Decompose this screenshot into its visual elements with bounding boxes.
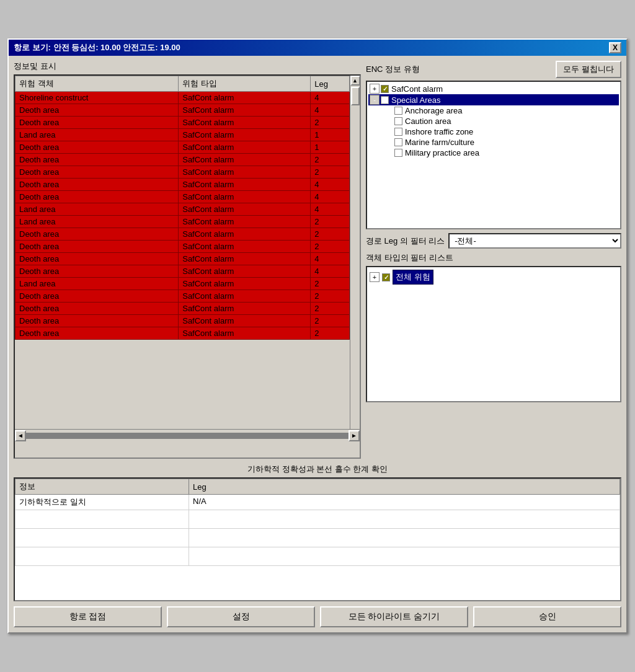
cell-type: SafCont alarm bbox=[179, 179, 311, 191]
scroll-left-btn[interactable]: ◄ bbox=[15, 430, 26, 441]
cell-type: SafCont alarm bbox=[179, 129, 311, 141]
cell-type: SafCont alarm bbox=[179, 265, 311, 278]
table-row[interactable]: Deoth areaSafCont alarm2 bbox=[16, 315, 350, 327]
info-cell-empty-2 bbox=[189, 510, 620, 529]
table-row[interactable]: Land areaSafCont alarm2 bbox=[16, 278, 350, 290]
left-section-label: 정보및 표시 bbox=[14, 61, 361, 72]
cell-object: Deoth area bbox=[16, 327, 179, 340]
cell-object: Deoth area bbox=[16, 265, 179, 278]
table-row[interactable]: Deoth areaSafCont alarm4 bbox=[16, 265, 350, 278]
table-row[interactable]: Deoth areaSafCont alarm2 bbox=[16, 241, 350, 253]
cell-leg: 2 bbox=[311, 228, 350, 241]
data-table-container: 위험 객체 위험 타입 Leg Shoreline constructSafCo… bbox=[14, 74, 361, 459]
btn-route-junction[interactable]: 항로 접점 bbox=[14, 606, 162, 627]
table-row[interactable]: Deoth areaSafCont alarm4 bbox=[16, 179, 350, 191]
cell-object: Deoth area bbox=[16, 117, 179, 129]
tree-label-inshore: Inshore traffic zone bbox=[405, 127, 473, 136]
cell-object: Deoth area bbox=[16, 303, 179, 315]
table-row[interactable]: Deoth areaSafCont alarm4 bbox=[16, 253, 350, 265]
checkbox-military[interactable] bbox=[394, 149, 402, 157]
tree-item-military[interactable]: Military practice area bbox=[368, 148, 619, 158]
info-col-leg: Leg bbox=[189, 479, 620, 495]
cell-leg: 1 bbox=[311, 141, 350, 154]
table-row[interactable]: Land areaSafCont alarm4 bbox=[16, 203, 350, 216]
object-tree: + 전체 위험 bbox=[366, 266, 621, 402]
table-row[interactable]: Deoth areaSafCont alarm4 bbox=[16, 104, 350, 117]
btn-settings[interactable]: 설정 bbox=[167, 606, 315, 627]
checkbox-inshore[interactable] bbox=[394, 128, 402, 136]
btn-confirm[interactable]: 승인 bbox=[473, 606, 621, 627]
tree-item-anchorage[interactable]: Anchorage area bbox=[368, 105, 619, 116]
scroll-up-btn[interactable]: ▲ bbox=[350, 76, 360, 86]
table-row[interactable]: Deoth areaSafCont alarm2 bbox=[16, 327, 350, 340]
expand-all-button[interactable]: 모두 펼칩니다 bbox=[556, 61, 621, 78]
info-cell-empty-4 bbox=[189, 529, 620, 547]
checkbox-safcont[interactable] bbox=[381, 85, 389, 93]
cell-leg: 2 bbox=[311, 216, 350, 228]
btn-hide-highlights[interactable]: 모든 하이라이트 숨기기 bbox=[320, 606, 468, 627]
hscroll-track bbox=[26, 433, 349, 439]
close-button[interactable]: X bbox=[609, 42, 621, 53]
info-col-info: 정보 bbox=[16, 479, 189, 495]
tree-item-marine-farm[interactable]: Marine farm/culture bbox=[368, 137, 619, 148]
tree-label-anchorage: Anchorage area bbox=[405, 106, 463, 115]
filter-label: 경로 Leg 의 필터 리스 bbox=[366, 236, 445, 247]
tree-item-caution[interactable]: Caution area bbox=[368, 116, 619, 126]
table-row[interactable]: Deoth areaSafCont alarm1 bbox=[16, 141, 350, 154]
cell-object: Land area bbox=[16, 278, 179, 290]
object-tree-item-all[interactable]: + 전체 위험 bbox=[368, 268, 619, 286]
expand-safcont[interactable]: + bbox=[370, 84, 380, 94]
info-cell-empty-3 bbox=[16, 529, 189, 547]
cell-object: Deoth area bbox=[16, 315, 179, 327]
table-row[interactable]: Land areaSafCont alarm2 bbox=[16, 216, 350, 228]
cell-type: SafCont alarm bbox=[179, 104, 311, 117]
cell-leg: 2 bbox=[311, 154, 350, 166]
cell-object: Shoreline construct bbox=[16, 92, 179, 104]
enc-header: ENC 정보 유형 모두 펼칩니다 bbox=[366, 61, 621, 78]
left-panel: 정보및 표시 위험 객체 위험 타입 Leg bbox=[14, 61, 361, 459]
enc-title: ENC 정보 유형 bbox=[366, 64, 420, 75]
table-row[interactable]: Deoth areaSafCont alarm2 bbox=[16, 154, 350, 166]
bottom-title: 기하학적 정확성과 본선 흘수 한계 확인 bbox=[14, 464, 621, 475]
table-row[interactable]: Land areaSafCont alarm1 bbox=[16, 129, 350, 141]
main-window: 항로 보기: 안전 등심선: 10.00 안전고도: 19.00 X 정보및 표… bbox=[7, 38, 628, 634]
cell-leg: 4 bbox=[311, 191, 350, 203]
checkbox-marine-farm[interactable] bbox=[394, 138, 402, 146]
checkbox-caution[interactable] bbox=[394, 117, 402, 125]
table-row[interactable]: Deoth areaSafCont alarm2 bbox=[16, 290, 350, 303]
tree-item-safcont[interactable]: + SafCont alarm bbox=[368, 83, 619, 94]
checkbox-special-areas[interactable] bbox=[381, 96, 389, 104]
cell-type: SafCont alarm bbox=[179, 303, 311, 315]
cell-leg: 2 bbox=[311, 303, 350, 315]
info-cell-empty-1 bbox=[16, 510, 189, 529]
enc-tree: + SafCont alarm - Special Areas bbox=[366, 81, 621, 229]
cell-leg: 2 bbox=[311, 278, 350, 290]
checkbox-object-all[interactable] bbox=[382, 273, 390, 281]
tree-item-inshore[interactable]: Inshore traffic zone bbox=[368, 126, 619, 137]
table-row[interactable]: Deoth areaSafCont alarm2 bbox=[16, 228, 350, 241]
table-row[interactable]: Deoth areaSafCont alarm4 bbox=[16, 191, 350, 203]
checkbox-anchorage[interactable] bbox=[394, 107, 402, 115]
expand-object-all[interactable]: + bbox=[370, 272, 380, 282]
info-table: 정보 Leg 기하학적으로 일치 N/A bbox=[15, 479, 620, 566]
info-row-empty-1 bbox=[16, 510, 620, 529]
table-row[interactable]: Deoth areaSafCont alarm2 bbox=[16, 166, 350, 179]
table-scrollbar[interactable]: ▲ bbox=[350, 76, 360, 429]
info-row-empty-2 bbox=[16, 529, 620, 547]
expand-special-areas[interactable]: - bbox=[370, 95, 380, 105]
table-row[interactable]: Deoth areaSafCont alarm2 bbox=[16, 303, 350, 315]
filter-select[interactable]: -전체- 1 2 3 4 bbox=[448, 233, 621, 249]
tree-label-caution: Caution area bbox=[405, 117, 451, 126]
scroll-thumb[interactable] bbox=[351, 87, 360, 105]
scroll-right-btn[interactable]: ► bbox=[349, 430, 360, 441]
col-leg: Leg bbox=[311, 76, 350, 92]
tree-item-special-areas[interactable]: - Special Areas bbox=[368, 94, 619, 105]
cell-object: Deoth area bbox=[16, 290, 179, 303]
cell-object: Land area bbox=[16, 203, 179, 216]
cell-type: SafCont alarm bbox=[179, 117, 311, 129]
cell-object: Deoth area bbox=[16, 253, 179, 265]
table-row[interactable]: Deoth areaSafCont alarm2 bbox=[16, 117, 350, 129]
cell-type: SafCont alarm bbox=[179, 290, 311, 303]
cell-type: SafCont alarm bbox=[179, 228, 311, 241]
table-row[interactable]: Shoreline constructSafCont alarm4 bbox=[16, 92, 350, 104]
